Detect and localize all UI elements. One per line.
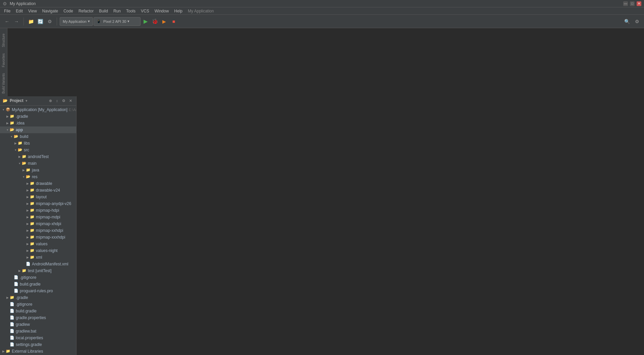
tree-item-proguard[interactable]: ▶ 📄 proguard-rules.pro [0, 288, 76, 294]
debug-btn[interactable]: 🐞 [151, 17, 159, 26]
device-dropdown[interactable]: 📱 Pixel 2 API 30 ▾ [94, 17, 141, 26]
folder-idea-icon: 📁 [9, 120, 15, 126]
tree-item-local-props[interactable]: ▶ 📄 local.properties [0, 335, 76, 341]
toolbar-settings-right-btn[interactable]: ⚙ [633, 17, 641, 26]
tree-label-settings-gradle: settings.gradle [16, 342, 42, 347]
menu-file[interactable]: File [1, 8, 13, 14]
folder-drawable-v24-icon: 📁 [30, 188, 35, 193]
project-dropdown-arrow[interactable]: ▾ [25, 99, 28, 103]
project-close-btn[interactable]: ✕ [67, 98, 73, 104]
tree-item-gitignore-app[interactable]: ▶ 📄 .gitignore [0, 274, 76, 281]
tree-item-mipmap-hdpi[interactable]: ▶ 📁 mipmap-hdpi [0, 207, 76, 214]
tree-item-androidtest[interactable]: ▶ 📁 androidTest [0, 153, 76, 160]
file-gradlew-bat-icon: 📄 [9, 328, 15, 334]
tree-item-xml[interactable]: ▶ 📁 xml [0, 254, 76, 261]
tree-item-drawable[interactable]: ▶ 📁 drawable [0, 180, 76, 187]
menu-refactor[interactable]: Refactor [76, 8, 96, 14]
project-header-icons: ⊕ ↕ ⚙ ✕ [47, 98, 73, 104]
profile-btn[interactable]: ▶ [160, 17, 169, 26]
menu-code[interactable]: Code [61, 8, 76, 14]
project-panel-header: 📂 Project ▾ ⊕ ↕ ⚙ ✕ [0, 96, 76, 106]
toolbar-forward-btn[interactable]: → [12, 17, 21, 26]
tree-item-java[interactable]: ▶ 📁 java [0, 167, 76, 173]
minimize-btn[interactable]: — [623, 1, 628, 6]
toolbar-settings-btn[interactable]: ⚙ [45, 17, 54, 26]
menu-tools[interactable]: Tools [123, 8, 138, 14]
project-gear-btn[interactable]: ⚙ [61, 98, 67, 104]
menu-edit[interactable]: Edit [13, 8, 25, 14]
sidebar-build-variants-btn[interactable]: Build Variants [1, 70, 6, 96]
tree-item-settings-gradle[interactable]: ▶ 📄 settings.gradle [0, 341, 76, 348]
tree-item-test[interactable]: ▶ 📁 test [unitTest] [0, 267, 76, 274]
toolbar-back-btn[interactable]: ← [3, 17, 11, 26]
toolbar-search-btn[interactable]: 🔍 [623, 17, 631, 26]
tree-item-libs[interactable]: ▶ 📁 libs [0, 140, 76, 147]
sidebar-structure-btn[interactable]: Structure [1, 31, 6, 50]
tree-item-build[interactable]: ▾ 📂 build [0, 133, 76, 140]
menu-vcs[interactable]: VCS [138, 8, 152, 14]
tree-arrow-mipmap-xxhdpi: ▶ [25, 229, 30, 233]
tree-item-root-build-gradle[interactable]: ▶ 📄 build.gradle [0, 308, 76, 314]
tree-label-root-gradle: .gradle [16, 295, 28, 300]
tree-item-gradle-properties[interactable]: ▶ 📄 gradle.properties [0, 314, 76, 321]
tree-item-mipmap-anydpi[interactable]: ▶ 📁 mipmap-anydpi-v26 [0, 200, 76, 207]
tree-item-build-gradle-app[interactable]: ▶ 📄 build.gradle [0, 281, 76, 288]
sidebar-favorites-btn[interactable]: Favorites [1, 51, 6, 70]
tree-label-layout: layout [36, 195, 47, 199]
tree-arrow-libs: ▶ [13, 141, 17, 145]
toolbar-project-btn[interactable]: 📁 [26, 17, 35, 26]
tree-item-androidmanifest[interactable]: ▶ 📄 AndroidManifest.xml [0, 261, 76, 267]
tree-arrow-test: ▶ [17, 269, 21, 273]
maximize-btn[interactable]: □ [630, 1, 635, 6]
tree-item-root[interactable]: ▾ 📦 MyApplication [My_Application] E:\An [0, 106, 76, 113]
tree-item-src[interactable]: ▾ 📂 src [0, 147, 76, 153]
tree-item-mipmap-xhdpi[interactable]: ▶ 📁 mipmap-xhdpi [0, 220, 76, 227]
toolbar-sync-btn[interactable]: 🔄 [36, 17, 45, 26]
app-dropdown-label: My Application [63, 19, 87, 23]
tree-item-external-libs[interactable]: ▶ 📁 External Libraries [0, 348, 76, 355]
tree-item-gradle-hidden[interactable]: ▶ 📁 .gradle [0, 113, 76, 120]
stop-btn[interactable]: ■ [169, 17, 178, 26]
close-btn[interactable]: ✕ [637, 1, 641, 6]
folder-gradle-h-icon: 📁 [9, 114, 15, 119]
tree-item-main[interactable]: ▾ 📂 main [0, 160, 76, 167]
tree-item-values[interactable]: ▶ 📁 values [0, 241, 76, 247]
project-scope-btn[interactable]: ⊕ [47, 98, 53, 104]
project-collapse-btn[interactable]: ↕ [54, 98, 60, 104]
menu-build[interactable]: Build [96, 8, 111, 14]
folder-androidtest-icon: 📁 [21, 154, 27, 159]
run-btn[interactable]: ▶ [141, 17, 150, 26]
toolbar-divider-1 [23, 17, 24, 26]
tree-label-buildgradle-a: build.gradle [20, 282, 41, 287]
app-dropdown[interactable]: My Application ▾ [60, 17, 93, 26]
tree-item-values-night[interactable]: ▶ 📁 values-night [0, 247, 76, 254]
folder-mipmap-xxxhdpi-icon: 📁 [30, 235, 35, 240]
menu-navigate[interactable]: Navigate [40, 8, 61, 14]
tree-item-gradlew-bat[interactable]: ▶ 📄 gradlew.bat [0, 328, 76, 335]
file-gitignore-a-icon: 📄 [13, 275, 19, 280]
menu-window[interactable]: Window [152, 8, 172, 14]
tree-label-drawable-v24: drawable-v24 [36, 188, 60, 193]
tree-item-mipmap-mdpi[interactable]: ▶ 📁 mipmap-mdpi [0, 214, 76, 220]
toolbar-run-section: My Application ▾ 📱 Pixel 2 API 30 ▾ ▶ 🐞 … [60, 17, 178, 26]
tree-item-app[interactable]: ▾ 📂 app [0, 126, 76, 133]
menu-run[interactable]: Run [111, 8, 123, 14]
tree-item-layout[interactable]: ▶ 📁 layout [0, 194, 76, 200]
tree-label-mipmap-xxhdpi: mipmap-xxhdpi [36, 228, 63, 233]
tree-label-drawable: drawable [36, 181, 52, 186]
tree-label-gitignore-a: .gitignore [20, 275, 36, 280]
tree-item-mipmap-xxhdpi[interactable]: ▶ 📁 mipmap-xxhdpi [0, 227, 76, 234]
menu-help[interactable]: Help [171, 8, 185, 14]
file-proguard-icon: 📄 [13, 288, 19, 294]
tree-item-idea[interactable]: ▶ 📁 .idea [0, 120, 76, 126]
tree-item-drawable-v24[interactable]: ▶ 📁 drawable-v24 [0, 187, 76, 194]
tree-item-root-gitignore[interactable]: ▶ 📄 .gitignore [0, 301, 76, 308]
tree-label-mipmap-hdpi: mipmap-hdpi [36, 208, 59, 213]
tree-item-res[interactable]: ▾ 📂 res [0, 173, 76, 180]
tree-item-gradlew[interactable]: ▶ 📄 gradlew [0, 321, 76, 328]
tree-item-root-gradle[interactable]: ▶ 📁 .gradle [0, 294, 76, 301]
menu-view[interactable]: View [25, 8, 40, 14]
tree-item-mipmap-xxxhdpi[interactable]: ▶ 📁 mipmap-xxxhdpi [0, 234, 76, 241]
folder-main-icon: 📂 [21, 161, 27, 166]
left-sidebar-buttons: Structure Favorites Build Variants [0, 28, 7, 96]
